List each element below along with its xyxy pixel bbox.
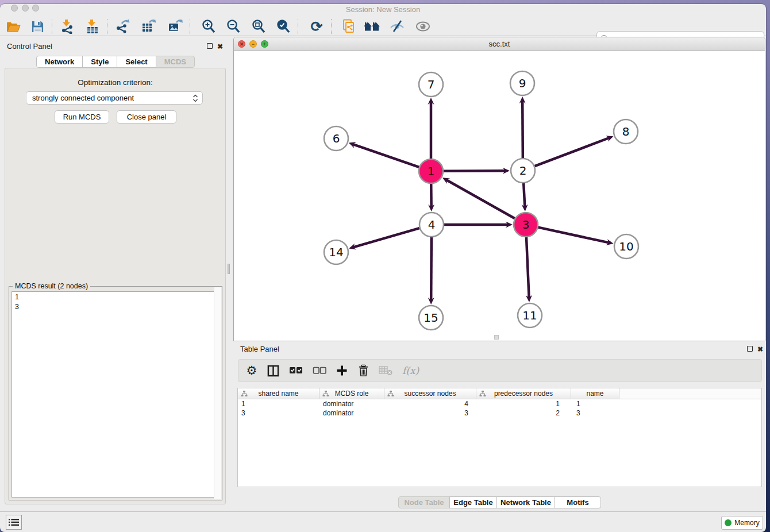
control-panel-float-button[interactable] [207,43,213,49]
cell-shared-name[interactable]: 3 [238,408,319,418]
create-column-button[interactable] [336,364,348,377]
open-session-button[interactable] [5,18,22,35]
column-header-successor-nodes[interactable]: successor nodes [384,388,476,399]
fx-label: f(x) [402,365,419,376]
tab-mcds[interactable]: MCDS [156,56,195,68]
export-image-button[interactable] [167,18,184,35]
edge-1-6[interactable] [353,144,419,167]
task-history-button[interactable] [6,515,22,530]
delete-table-button-disabled [379,364,392,377]
zoom-in-button[interactable] [200,18,217,35]
optimization-criterion-label: Optimization criterion: [5,78,225,87]
checked-boxes-icon [289,366,303,375]
close-panel-button[interactable]: Close panel [117,110,176,124]
save-floppy-icon [31,20,44,33]
column-header-predecessor-nodes[interactable]: predecessor nodes [476,388,571,399]
edge-2-8[interactable] [535,138,609,166]
apply-layout-button[interactable]: ⟳ [308,18,325,35]
table-row[interactable]: 1dominator411 [238,399,761,408]
tab-motifs[interactable]: Motifs [555,496,601,508]
network-view-window: ✕ − + scc.txt 7968124314101511 [233,37,765,341]
graph-node-9[interactable]: 9 [510,71,534,95]
new-network-from-selection-button[interactable] [340,18,357,35]
tab-select[interactable]: Select [117,56,156,68]
memory-button[interactable]: Memory [721,516,763,530]
run-mcds-button[interactable]: Run MCDS [55,110,109,124]
column-header-MCDS-role[interactable]: MCDS role [319,388,384,399]
control-panel-tabs: Network Style Select MCDS [0,56,231,68]
select-all-button[interactable] [289,364,303,377]
mcds-result-text[interactable]: 1 3 [11,291,220,498]
column-header-name[interactable]: name [571,388,619,399]
zoom-selected-button[interactable] [275,18,292,35]
slashed-eye-icon [389,19,405,34]
network-canvas[interactable]: 7968124314101511 [234,51,765,341]
panel-splitter-handle[interactable] [228,264,230,274]
table-panel-close-button[interactable]: ✖ [757,346,763,353]
graph-node-10[interactable]: 10 [614,234,638,259]
houses-icon [363,20,380,33]
edge-2-3[interactable] [523,183,525,207]
criterion-dropdown[interactable]: strongly connected component [26,91,203,105]
table-row[interactable]: 3dominator323 [238,408,761,418]
import-network-button[interactable] [59,18,76,35]
export-table-button[interactable] [140,18,157,35]
show-all-button[interactable] [414,18,432,35]
column-type-icon [322,390,329,397]
hide-selected-button[interactable] [388,18,406,35]
graph-node-15[interactable]: 15 [419,306,443,330]
graph-node-3[interactable]: 3 [514,213,538,237]
column-header-shared-name[interactable]: shared name [238,388,319,399]
show-hide-columns-button[interactable] [267,364,279,377]
graph-node-2[interactable]: 2 [511,159,535,183]
canvas-resize-dot[interactable] [494,335,499,340]
result-scrollbar[interactable] [214,287,221,499]
tab-network[interactable]: Network [36,56,83,68]
node-label-4: 4 [428,218,436,232]
node-label-14: 14 [329,245,343,259]
edge-1-2[interactable] [444,171,505,171]
save-session-button[interactable] [29,18,46,35]
first-neighbors-button[interactable] [363,18,380,35]
cell-predecessor-nodes[interactable]: 2 [476,408,571,418]
graph-node-7[interactable]: 7 [419,72,443,97]
graph-node-6[interactable]: 6 [324,126,348,151]
edge-3-10[interactable] [538,228,609,243]
graph-node-1[interactable]: 1 [419,159,443,183]
tab-network-table[interactable]: Network Table [496,496,555,508]
tab-edge-table[interactable]: Edge Table [449,496,497,508]
cell-name[interactable]: 1 [571,399,619,408]
deselect-all-button[interactable] [313,364,326,377]
delete-columns-button[interactable] [357,364,369,377]
edge-3-11[interactable] [526,237,529,298]
edge-4-14[interactable] [353,228,419,247]
cell-shared-name[interactable]: 1 [238,399,319,408]
cell-successor-nodes[interactable]: 3 [384,408,476,418]
edge-2-9[interactable] [522,101,523,158]
window-titlebar: Session: New Session [0,4,766,17]
node-label-15: 15 [424,311,438,325]
zoom-fit-icon [251,19,266,34]
tab-node-table[interactable]: Node Table [398,496,450,508]
export-network-button[interactable] [114,18,131,35]
graph-node-14[interactable]: 14 [324,240,348,264]
table-panel-float-button[interactable] [747,346,753,352]
import-table-button[interactable] [84,18,101,35]
graph-node-8[interactable]: 8 [614,119,638,144]
zoom-fit-button[interactable] [250,18,267,35]
zoom-out-button[interactable] [225,18,242,35]
cell-successor-nodes[interactable]: 4 [384,399,476,408]
cell-MCDS-role[interactable]: dominator [319,408,384,418]
toolbar-separator [331,19,332,34]
table-mode-button[interactable]: ⚙ [246,364,257,377]
edge-3-1[interactable] [446,180,515,218]
cell-predecessor-nodes[interactable]: 1 [476,399,571,408]
window-title: Session: New Session [0,4,766,16]
control-panel-close-button[interactable]: ✖ [217,43,223,50]
cell-name[interactable]: 3 [571,408,619,418]
graph-node-4[interactable]: 4 [419,213,444,237]
edge-4-15[interactable] [431,237,432,300]
graph-node-11[interactable]: 11 [518,303,542,327]
cell-MCDS-role[interactable]: dominator [319,399,384,408]
tab-style[interactable]: Style [82,56,117,68]
